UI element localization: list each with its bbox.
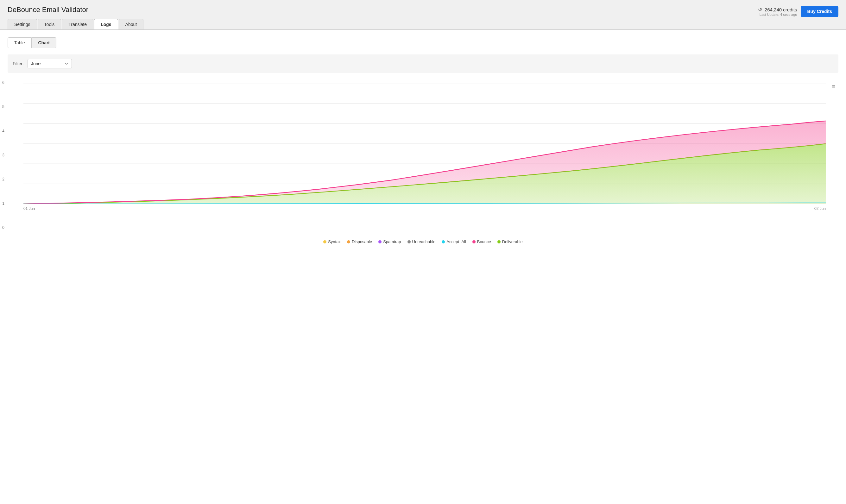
y-label-6: 6 bbox=[0, 80, 4, 85]
x-label-end: 02 Jun bbox=[814, 206, 826, 211]
nav-tabs: Settings Tools Translate Logs About bbox=[7, 19, 839, 30]
bounce-label: Bounce bbox=[477, 239, 491, 244]
unreachable-label: Unreachable bbox=[412, 239, 436, 244]
filter-select[interactable]: January February March April May June Ju… bbox=[28, 59, 72, 68]
header-right: ↺ 264,240 credits Last Update: 4 secs ag… bbox=[758, 6, 839, 17]
credits-amount: 264,240 credits bbox=[764, 7, 797, 12]
filter-bar: Filter: January February March April May… bbox=[7, 54, 839, 73]
legend-item-deliverable: Deliverable bbox=[498, 239, 523, 244]
disposable-label: Disposable bbox=[352, 239, 372, 244]
y-label-2: 2 bbox=[0, 177, 4, 181]
tab-tools[interactable]: Tools bbox=[38, 19, 61, 30]
deliverable-dot bbox=[498, 240, 501, 244]
legend-item-syntax: Syntax bbox=[323, 239, 341, 244]
legend-item-bounce: Bounce bbox=[472, 239, 491, 244]
chart-container: ≡ 0 1 2 3 4 5 6 bbox=[7, 80, 839, 230]
unreachable-dot bbox=[408, 240, 411, 244]
y-label-3: 3 bbox=[0, 153, 4, 157]
legend-item-spamtrap: Spamtrap bbox=[378, 239, 401, 244]
tab-logs[interactable]: Logs bbox=[94, 19, 118, 30]
chart-legend: Syntax Disposable Spamtrap Unreachable A… bbox=[7, 239, 839, 244]
legend-item-disposable: Disposable bbox=[347, 239, 372, 244]
syntax-dot bbox=[323, 240, 326, 244]
legend-item-accept-all: Accept_All bbox=[442, 239, 466, 244]
syntax-label: Syntax bbox=[328, 239, 341, 244]
y-label-1: 1 bbox=[0, 201, 4, 206]
view-toggle: Table Chart bbox=[7, 37, 839, 48]
credits-update: Last Update: 4 secs ago bbox=[758, 13, 797, 16]
main-content: Table Chart Filter: January February Mar… bbox=[0, 30, 846, 504]
refresh-icon[interactable]: ↺ bbox=[758, 7, 762, 13]
spamtrap-label: Spamtrap bbox=[383, 239, 401, 244]
x-axis-labels: 01 Jun 02 Jun bbox=[23, 206, 826, 211]
legend-item-unreachable: Unreachable bbox=[408, 239, 436, 244]
tab-settings[interactable]: Settings bbox=[7, 19, 37, 30]
app-title: DeBounce Email Validator bbox=[7, 6, 839, 14]
x-label-start: 01 Jun bbox=[23, 206, 35, 211]
accept-all-dot bbox=[442, 240, 445, 244]
chart-svg bbox=[23, 84, 826, 204]
app-header: DeBounce Email Validator ↺ 264,240 credi… bbox=[0, 0, 846, 30]
accept-all-label: Accept_All bbox=[446, 239, 466, 244]
bounce-dot bbox=[472, 240, 475, 244]
buy-credits-button[interactable]: Buy Credits bbox=[801, 6, 839, 17]
tab-about[interactable]: About bbox=[119, 19, 144, 30]
filter-label: Filter: bbox=[13, 61, 24, 66]
deliverable-label: Deliverable bbox=[502, 239, 523, 244]
credits-info: ↺ 264,240 credits Last Update: 4 secs ag… bbox=[758, 7, 797, 16]
y-label-5: 5 bbox=[0, 105, 4, 109]
chart-area bbox=[23, 84, 826, 204]
y-label-0: 0 bbox=[0, 226, 4, 230]
spamtrap-dot bbox=[378, 240, 381, 244]
y-axis-labels: 0 1 2 3 4 5 6 bbox=[0, 80, 4, 230]
tab-translate[interactable]: Translate bbox=[62, 19, 93, 30]
disposable-dot bbox=[347, 240, 350, 244]
chart-view-button[interactable]: Chart bbox=[31, 37, 56, 48]
chart-menu-icon[interactable]: ≡ bbox=[832, 84, 835, 90]
table-view-button[interactable]: Table bbox=[7, 37, 31, 48]
y-label-4: 4 bbox=[0, 129, 4, 133]
